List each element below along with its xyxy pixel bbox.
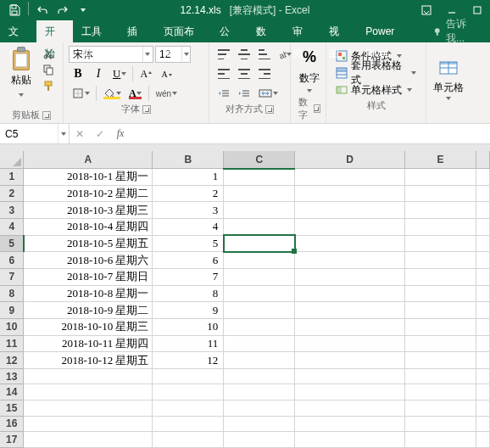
cell-C17[interactable]	[224, 432, 295, 448]
cell-B14[interactable]	[153, 384, 224, 400]
cell-A15[interactable]	[24, 400, 153, 417]
cut-button[interactable]	[39, 46, 58, 61]
row-header-16[interactable]: 16	[0, 416, 24, 432]
cell-A11[interactable]: 2018-10-11 星期四	[24, 335, 153, 352]
undo-button[interactable]	[33, 2, 52, 19]
cell-B15[interactable]	[153, 400, 224, 417]
cell-D15[interactable]	[295, 400, 405, 417]
cell-C11[interactable]	[224, 335, 295, 352]
cell-C12[interactable]	[224, 352, 295, 369]
row-header-6[interactable]: 6	[0, 252, 24, 269]
font-dialog-launcher[interactable]	[142, 105, 151, 114]
cell-C7[interactable]	[224, 269, 295, 286]
align-left-button[interactable]	[214, 65, 233, 82]
cell-14[interactable]	[476, 384, 489, 400]
fill-color-button[interactable]	[100, 85, 124, 102]
cell-A10[interactable]: 2018-10-10 星期三	[24, 318, 153, 335]
cell-10[interactable]	[476, 318, 489, 335]
cell-5[interactable]	[476, 235, 489, 252]
cell-A17[interactable]	[24, 432, 153, 448]
tab-page-layout[interactable]: 页面布局	[155, 20, 211, 42]
tab-insert[interactable]: 插入	[119, 20, 155, 42]
cell-A4[interactable]: 2018-10-4 星期四	[24, 219, 153, 236]
tab-home[interactable]: 开始	[36, 20, 73, 42]
cell-13[interactable]	[476, 368, 489, 384]
row-header-11[interactable]: 11	[0, 335, 24, 352]
cell-D17[interactable]	[295, 432, 405, 448]
name-box-dropdown[interactable]	[58, 124, 69, 143]
save-button[interactable]	[5, 2, 24, 19]
italic-button[interactable]: I	[89, 65, 108, 82]
cell-D5[interactable]	[295, 235, 405, 252]
cancel-formula-button[interactable]: ✕	[70, 124, 90, 143]
cell-E1[interactable]	[405, 169, 476, 186]
tab-file[interactable]: 文件	[0, 20, 36, 42]
cell-C1[interactable]	[224, 169, 295, 186]
bold-button[interactable]: B	[69, 65, 87, 82]
row-header-7[interactable]: 7	[0, 269, 24, 286]
col-header-B[interactable]: B	[153, 151, 224, 169]
cell-C6[interactable]	[224, 252, 295, 269]
cell-E17[interactable]	[405, 432, 476, 448]
phonetic-guide-button[interactable]: wén	[153, 85, 180, 102]
cell-D9[interactable]	[295, 302, 405, 319]
number-dialog-launcher[interactable]	[314, 104, 320, 113]
tell-me-search[interactable]: 告诉我...	[426, 20, 490, 42]
ribbon-options-button[interactable]	[414, 0, 439, 20]
increase-indent-button[interactable]	[235, 85, 253, 102]
cell-E12[interactable]	[405, 352, 476, 369]
cell-E16[interactable]	[405, 416, 476, 432]
cell-D7[interactable]	[295, 269, 405, 286]
cell-E8[interactable]	[405, 285, 476, 302]
cell-15[interactable]	[476, 400, 489, 417]
cell-3[interactable]	[476, 202, 489, 219]
cell-11[interactable]	[476, 335, 489, 352]
redo-button[interactable]	[53, 2, 72, 19]
cell-E3[interactable]	[405, 202, 476, 219]
cell-C5[interactable]	[224, 235, 295, 252]
row-header-5[interactable]: 5	[0, 235, 24, 252]
cell-C2[interactable]	[224, 185, 295, 202]
cell-A5[interactable]: 2018-10-5 星期五	[24, 235, 153, 252]
cell-D8[interactable]	[295, 285, 405, 302]
cell-C16[interactable]	[224, 416, 295, 432]
col-header-E[interactable]: E	[405, 151, 476, 169]
cell-D4[interactable]	[295, 219, 405, 236]
cell-2[interactable]	[476, 185, 489, 202]
decrease-font-button[interactable]: A	[158, 65, 176, 82]
cell-A1[interactable]: 2018-10-1 星期一	[24, 169, 153, 186]
cell-B5[interactable]: 5	[153, 235, 224, 252]
cell-6[interactable]	[476, 252, 489, 269]
row-header-13[interactable]: 13	[0, 368, 24, 384]
cell-B16[interactable]	[153, 416, 224, 432]
align-center-button[interactable]	[235, 65, 253, 82]
cell-B11[interactable]: 11	[153, 335, 224, 352]
clipboard-dialog-launcher[interactable]	[42, 111, 51, 120]
cell-E13[interactable]	[405, 368, 476, 384]
cell-E7[interactable]	[405, 269, 476, 286]
tab-power-pivot[interactable]: Power Pivot	[357, 20, 426, 42]
row-header-3[interactable]: 3	[0, 202, 24, 219]
align-top-button[interactable]	[214, 46, 233, 63]
cell-B4[interactable]: 4	[153, 219, 224, 236]
cell-B6[interactable]: 6	[153, 252, 224, 269]
decrease-indent-button[interactable]	[214, 85, 233, 102]
align-bottom-button[interactable]	[255, 46, 274, 63]
row-header-17[interactable]: 17	[0, 432, 24, 448]
col-header-C[interactable]: C	[224, 151, 295, 169]
cell-E14[interactable]	[405, 384, 476, 400]
qat-customize-button[interactable]	[74, 2, 92, 19]
cell-E15[interactable]	[405, 400, 476, 417]
orientation-button[interactable]: ab	[276, 46, 294, 63]
col-header-A[interactable]: A	[24, 151, 153, 169]
cell-C3[interactable]	[224, 202, 295, 219]
tab-toolbox[interactable]: 工具箱	[73, 20, 119, 42]
cell-B3[interactable]: 3	[153, 202, 224, 219]
cell-C10[interactable]	[224, 318, 295, 335]
cell-A9[interactable]: 2018-10-9 星期二	[24, 302, 153, 319]
alignment-dialog-launcher[interactable]	[265, 105, 274, 114]
row-header-9[interactable]: 9	[0, 302, 24, 319]
cell-C13[interactable]	[224, 368, 295, 384]
row-header-14[interactable]: 14	[0, 384, 24, 400]
cells-button[interactable]: 单元格	[432, 46, 465, 110]
